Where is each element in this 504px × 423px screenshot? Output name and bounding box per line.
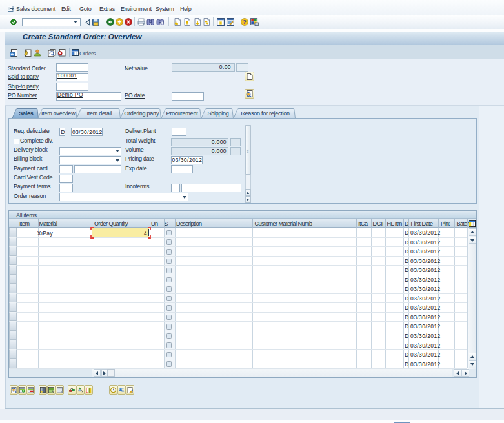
svg-text:Procurement: Procurement — [166, 110, 199, 117]
svg-text:Ordering party: Ordering party — [124, 110, 159, 117]
svg-text:Sales: Sales — [19, 110, 34, 117]
svg-text:Reason for rejection: Reason for rejection — [241, 110, 290, 117]
svg-text:Item detail: Item detail — [87, 110, 112, 117]
svg-text:Item overview: Item overview — [41, 110, 76, 117]
svg-text:Shipping: Shipping — [207, 110, 228, 117]
svg-text:?: ? — [243, 19, 247, 25]
